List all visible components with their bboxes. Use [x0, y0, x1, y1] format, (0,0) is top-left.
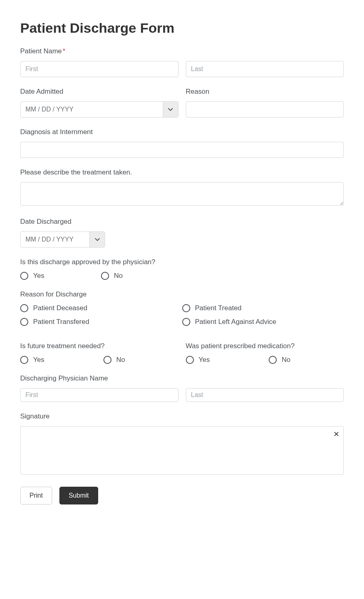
radio-icon	[103, 356, 112, 364]
reason-label: Reason	[186, 88, 344, 96]
chevron-down-icon	[89, 232, 105, 247]
radio-icon	[20, 304, 28, 312]
patient-name-label-text: Patient Name	[20, 47, 62, 55]
date-discharged-input[interactable]: MM / DD / YYYY	[20, 231, 105, 248]
radio-label: Patient Transfered	[33, 318, 89, 326]
radio-label: No	[282, 356, 290, 364]
reason-input[interactable]	[186, 101, 344, 118]
diagnosis-input[interactable]	[20, 142, 344, 158]
approved-no-radio[interactable]: No	[101, 272, 174, 280]
radio-label: Yes	[199, 356, 210, 364]
discharge-reason-treated-radio[interactable]: Patient Treated	[182, 304, 344, 312]
diagnosis-label: Diagnosis at Internment	[20, 128, 344, 136]
radio-icon	[269, 356, 277, 364]
prescribed-yes-radio[interactable]: Yes	[186, 356, 261, 364]
radio-icon	[20, 318, 28, 326]
radio-icon	[182, 304, 190, 312]
signature-pad[interactable]: ✕	[20, 426, 344, 475]
radio-icon	[182, 318, 190, 326]
date-admitted-input[interactable]: MM / DD / YYYY	[20, 101, 179, 118]
radio-icon	[20, 272, 28, 280]
close-icon[interactable]: ✕	[333, 430, 339, 439]
page-title: Patient Discharge Form	[20, 20, 344, 36]
prescribed-no-radio[interactable]: No	[269, 356, 344, 364]
physician-last-name-input[interactable]	[186, 388, 344, 402]
submit-button[interactable]: Submit	[59, 487, 98, 504]
approved-yes-radio[interactable]: Yes	[20, 272, 93, 280]
future-treatment-yes-radio[interactable]: Yes	[20, 356, 95, 364]
treatment-textarea[interactable]	[20, 182, 344, 206]
physician-name-label: Discharging Physician Name	[20, 374, 344, 383]
radio-icon	[186, 356, 194, 364]
patient-last-name-input[interactable]	[186, 61, 344, 77]
approved-label: Is this discharge approved by the physic…	[20, 258, 344, 266]
radio-label: Yes	[33, 356, 44, 364]
chevron-down-icon	[163, 102, 178, 117]
signature-label: Signature	[20, 412, 344, 420]
radio-label: Patient Treated	[195, 304, 242, 312]
radio-label: Patient Deceased	[33, 304, 87, 312]
treatment-label: Please describe the treatment taken.	[20, 168, 344, 177]
physician-first-name-input[interactable]	[20, 388, 179, 402]
radio-label: No	[116, 356, 125, 364]
patient-name-label: Patient Name*	[20, 47, 344, 55]
discharge-reason-deceased-radio[interactable]: Patient Deceased	[20, 304, 182, 312]
discharge-reason-left-radio[interactable]: Patient Left Against Advice	[182, 318, 344, 326]
date-discharged-placeholder: MM / DD / YYYY	[21, 232, 89, 247]
radio-icon	[20, 356, 28, 364]
prescribed-label: Was patient prescribed medication?	[186, 342, 344, 350]
radio-label: No	[114, 272, 123, 280]
radio-label: Yes	[33, 272, 44, 280]
print-button[interactable]: Print	[20, 487, 52, 504]
discharge-reason-transfered-radio[interactable]: Patient Transfered	[20, 318, 182, 326]
future-treatment-label: Is future treatment needed?	[20, 342, 179, 350]
date-admitted-placeholder: MM / DD / YYYY	[21, 102, 163, 117]
required-asterisk: *	[63, 47, 65, 55]
date-discharged-label: Date Discharged	[20, 218, 344, 226]
future-treatment-no-radio[interactable]: No	[103, 356, 179, 364]
patient-first-name-input[interactable]	[20, 61, 179, 77]
discharge-reason-label: Reason for Discharge	[20, 290, 344, 298]
radio-icon	[101, 272, 109, 280]
radio-label: Patient Left Against Advice	[195, 318, 276, 326]
date-admitted-label: Date Admitted	[20, 88, 179, 96]
